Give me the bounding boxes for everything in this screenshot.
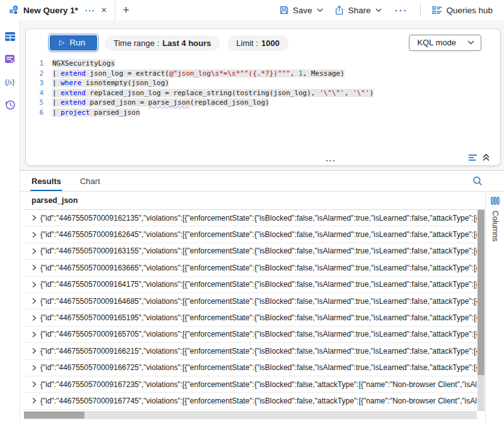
table-row[interactable]: {"id":"4467550570009166725","violations"… xyxy=(24,360,477,376)
collapse-editor-button[interactable] xyxy=(468,153,490,161)
save-button[interactable]: Save xyxy=(275,3,328,18)
expand-row-icon[interactable] xyxy=(24,248,40,255)
horizontal-scrollbar-thumb[interactable] xyxy=(24,412,84,419)
tab-chart[interactable]: Chart xyxy=(79,172,101,190)
row-json-cell: {"id":"4467550570009166215","violations"… xyxy=(40,347,477,356)
table-row[interactable]: {"id":"4467550570009165705","violations"… xyxy=(24,327,477,343)
code-lines: 1NGXSecurityLogs2| extend json_log = ext… xyxy=(26,59,500,117)
row-json-cell: {"id":"4467550570009167745","violations"… xyxy=(40,397,477,405)
code-text: | extend replaced_json_log = replace_str… xyxy=(52,89,374,97)
expand-row-icon[interactable] xyxy=(24,397,40,404)
code-line: 1NGXSecurityLogs xyxy=(26,59,500,69)
share-label: Share xyxy=(348,6,370,15)
new-tab-button[interactable]: + xyxy=(115,0,137,20)
query-mode-select[interactable]: KQL mode xyxy=(409,35,481,51)
query-toolbar: ▷ Run Time range : Last 4 hours Limit : … xyxy=(26,29,500,55)
expand-row-icon[interactable] xyxy=(24,281,40,288)
queries-hub-button[interactable]: Queries hub xyxy=(428,3,496,18)
code-line: 4| extend replaced_json_log = replace_st… xyxy=(26,88,500,98)
query-history-icon[interactable] xyxy=(4,98,16,111)
table-row[interactable]: {"id":"4467550570009167235","violations"… xyxy=(24,376,477,393)
expand-row-icon[interactable] xyxy=(24,315,40,322)
table-row[interactable]: {"id":"4467550570009166215","violations"… xyxy=(24,343,477,359)
table-row[interactable]: {"id":"4467550570009164175","violations"… xyxy=(24,277,477,293)
left-rail: {fx} xyxy=(0,20,20,423)
tab-bar-spacer xyxy=(137,0,275,20)
limit-value: 1000 xyxy=(261,38,280,48)
tab-more-icon[interactable]: ··· xyxy=(85,6,95,15)
results-grid: parsed_json {"id":"4467550570009162135",… xyxy=(24,192,485,419)
results-body: {"id":"4467550570009162135","violations"… xyxy=(24,210,477,411)
tab-results[interactable]: Results xyxy=(30,172,62,190)
code-line: 3| where isnotempty(json_log) xyxy=(26,78,500,88)
tables-icon[interactable] xyxy=(4,30,16,43)
query-tab[interactable]: New Query 1* ··· ✕ xyxy=(0,0,115,20)
code-line: 5| extend parsed_json = parse_json(repla… xyxy=(26,98,500,108)
expand-row-icon[interactable] xyxy=(24,264,40,271)
column-header-parsed-json[interactable]: parsed_json xyxy=(24,192,485,210)
run-label: Run xyxy=(69,38,85,47)
workbench: {fx} ▷ Run Time range : Last 4 hours Lim… xyxy=(0,20,504,423)
vertical-scrollbar xyxy=(477,210,485,411)
more-actions-button[interactable]: ··· xyxy=(389,5,413,16)
table-row[interactable]: {"id":"4467550570009163155","violations"… xyxy=(24,243,477,260)
limit-label: Limit : xyxy=(236,38,258,48)
run-button[interactable]: ▷ Run xyxy=(50,35,97,50)
functions-icon[interactable]: {fx} xyxy=(4,76,16,88)
kusto-query-icon xyxy=(9,5,19,15)
queries-hub-icon xyxy=(432,6,442,14)
table-row[interactable]: {"id":"4467550570009163665","violations"… xyxy=(24,260,477,276)
header-divider xyxy=(420,4,421,16)
panel-resize-handle[interactable]: ··· xyxy=(326,158,336,164)
columns-side-panel-toggle[interactable]: Columns xyxy=(485,192,504,423)
line-number: 5 xyxy=(26,98,43,108)
expand-row-icon[interactable] xyxy=(24,298,40,304)
vertical-scrollbar-thumb[interactable] xyxy=(478,210,484,375)
results-tab-strip: Results Chart xyxy=(20,171,504,192)
expand-row-icon[interactable] xyxy=(24,381,40,388)
columns-panel-label: Columns xyxy=(491,211,500,241)
share-chevron-down-icon[interactable] xyxy=(375,8,382,12)
row-json-cell: {"id":"4467550570009167235","violations"… xyxy=(40,380,477,389)
queries-hub-label: Queries hub xyxy=(446,6,493,15)
line-number: 1 xyxy=(26,59,43,69)
row-json-cell: {"id":"4467550570009163665","violations"… xyxy=(40,264,477,272)
share-button[interactable]: Share xyxy=(331,3,386,18)
save-chevron-down-icon[interactable] xyxy=(317,8,323,12)
expand-row-icon[interactable] xyxy=(24,331,40,338)
table-row[interactable]: {"id":"4467550570009162645","violations"… xyxy=(24,226,477,243)
table-row[interactable]: {"id":"4467550570009165195","violations"… xyxy=(24,310,477,326)
code-line: 6| project parsed_json xyxy=(26,108,500,118)
line-number: 2 xyxy=(26,69,43,79)
query-list-icon xyxy=(468,154,478,161)
line-number: 4 xyxy=(26,88,43,98)
row-json-cell: {"id":"4467550570009163155","violations"… xyxy=(40,246,477,255)
vertical-scrollbar-track[interactable] xyxy=(478,375,484,411)
kql-editor[interactable]: 1NGXSecurityLogs2| extend json_log = ext… xyxy=(26,59,500,117)
table-row[interactable]: {"id":"4467550570009164685","violations"… xyxy=(24,293,477,310)
save-label: Save xyxy=(293,6,312,15)
expand-row-icon[interactable] xyxy=(24,231,40,238)
limit-picker[interactable]: Limit : 1000 xyxy=(227,35,289,51)
save-icon xyxy=(279,5,289,15)
code-text: | where isnotempty(json_log) xyxy=(52,79,169,87)
expand-row-icon[interactable] xyxy=(24,214,40,221)
row-json-cell: {"id":"4467550570009162645","violations"… xyxy=(40,230,477,239)
table-row[interactable]: {"id":"4467550570009167745","violations"… xyxy=(24,393,477,409)
expand-row-icon[interactable] xyxy=(24,364,40,371)
line-number: 6 xyxy=(26,108,43,118)
tab-bar: New Query 1* ··· ✕ + Save xyxy=(0,0,504,20)
tab-close-icon[interactable]: ✕ xyxy=(101,6,107,14)
search-results-icon[interactable] xyxy=(472,176,483,186)
mode-chevron-down-icon xyxy=(467,40,474,45)
query-editor-card: ▷ Run Time range : Last 4 hours Limit : … xyxy=(25,28,501,166)
header-actions: Save Share ··· xyxy=(275,0,504,20)
results-panel: Results Chart parsed_json {"id":"4467550… xyxy=(20,170,504,423)
expand-row-icon[interactable] xyxy=(24,347,40,354)
table-row[interactable]: {"id":"4467550570009162135","violations"… xyxy=(24,210,477,226)
tab-title: New Query 1* xyxy=(23,6,78,15)
time-range-picker[interactable]: Time range : Last 4 hours xyxy=(105,35,220,51)
code-line: 2| extend json_log = extract(@"json_log\… xyxy=(26,69,500,79)
double-chevron-up-icon xyxy=(482,153,490,161)
saved-queries-icon[interactable] xyxy=(4,53,16,66)
